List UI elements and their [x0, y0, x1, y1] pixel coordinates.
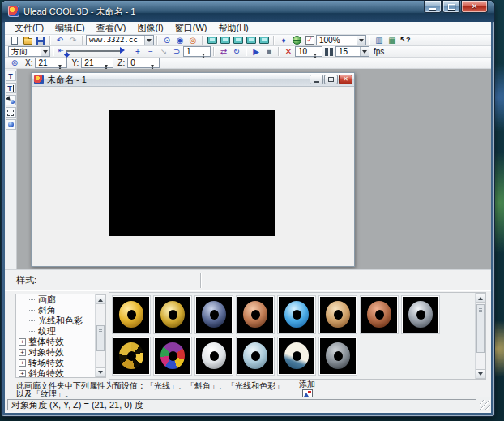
direction-combo[interactable]: 方向: [8, 46, 50, 57]
frames-total-spinbox[interactable]: 10: [295, 46, 322, 57]
viewport-size-button-4[interactable]: [245, 35, 258, 45]
viewport-size-button-2[interactable]: [219, 35, 232, 45]
edit-text-button[interactable]: T: [6, 83, 16, 93]
gallery-thumbnail[interactable]: [194, 337, 233, 376]
web-button[interactable]: [290, 35, 303, 45]
menu-image[interactable]: 图像(I): [131, 22, 169, 34]
scroll-up-button[interactable]: [96, 294, 105, 304]
frame-rate-button[interactable]: [322, 46, 335, 57]
tree-item-light-color[interactable]: 光线和色彩: [16, 316, 105, 326]
gallery-thumbnail[interactable]: [112, 337, 151, 376]
resize-grip[interactable]: [480, 400, 490, 410]
scroll-up-button[interactable]: [476, 293, 485, 303]
tree-item-bevel-effects[interactable]: +斜角特效: [16, 368, 105, 378]
document-minimize-button[interactable]: [310, 75, 323, 84]
direction-combo-dropdown[interactable]: [41, 47, 49, 56]
gallery-thumbnail[interactable]: [153, 337, 192, 376]
menu-view[interactable]: 查看(V): [91, 22, 132, 34]
maximize-button[interactable]: [442, 1, 460, 13]
zoom-combo-dropdown[interactable]: [357, 36, 365, 45]
scrollbar-thumb[interactable]: [476, 304, 485, 353]
expand-plus-icon[interactable]: +: [19, 370, 26, 377]
render-area[interactable]: [109, 110, 275, 236]
timeline-slider[interactable]: ⇤: [58, 46, 130, 57]
insert-graphics-button[interactable]: [6, 95, 16, 105]
menu-help[interactable]: 帮助(H): [213, 22, 254, 34]
gallery-thumbnail[interactable]: [277, 295, 316, 334]
title-bar[interactable]: Ulead COOL 3D - 未命名 - 1 ✕: [2, 1, 494, 22]
gallery-thumbnail[interactable]: [360, 295, 399, 334]
x-spinbox[interactable]: 21: [35, 58, 67, 68]
arc-path-button[interactable]: ⊃: [170, 46, 183, 57]
scrollbar-thumb[interactable]: [96, 325, 105, 351]
zoom-combo[interactable]: 100%: [316, 35, 366, 45]
gallery-thumbnail[interactable]: [401, 295, 440, 334]
viewport-size-button-1[interactable]: [206, 35, 219, 45]
slider-thumb[interactable]: [64, 52, 70, 58]
reverse-button[interactable]: ↘: [157, 46, 170, 57]
add-keyframe-button[interactable]: +: [131, 46, 144, 57]
document-close-button[interactable]: ✕: [339, 75, 352, 84]
expand-plus-icon[interactable]: +: [19, 338, 26, 346]
fps-combo-dropdown[interactable]: [360, 47, 369, 56]
url-combo-dropdown[interactable]: [144, 36, 153, 45]
document-canvas[interactable]: [32, 87, 353, 265]
rotate-object-button[interactable]: ⊙: [160, 35, 173, 45]
frame-spinbox[interactable]: 1: [183, 46, 211, 57]
redo-button[interactable]: ↷: [66, 35, 79, 45]
rotate-3d-button[interactable]: ⊛: [8, 58, 21, 68]
gallery-thumbnail[interactable]: [318, 295, 357, 334]
gallery-thumbnail[interactable]: [277, 337, 316, 376]
select-object-button[interactable]: ◉: [173, 35, 186, 45]
close-button[interactable]: ✕: [461, 1, 488, 13]
menu-file[interactable]: 文件(F): [9, 22, 49, 34]
tree-scrollbar[interactable]: [95, 294, 105, 377]
export-image-button[interactable]: ▦: [386, 35, 399, 45]
stop-button[interactable]: ■: [263, 46, 275, 57]
insert-text-button[interactable]: T: [6, 71, 16, 81]
new-document-button[interactable]: [8, 35, 21, 45]
remove-keyframe-button[interactable]: −: [144, 46, 157, 57]
gallery-scrollbar[interactable]: [475, 293, 485, 379]
loop-cycle-button[interactable]: ↻: [230, 46, 243, 57]
options-button[interactable]: ✓: [303, 35, 316, 45]
scroll-down-button[interactable]: [96, 367, 105, 377]
context-help-button[interactable]: ↖?: [399, 35, 412, 45]
paint-button[interactable]: ♦: [277, 35, 290, 45]
document-maximize-button[interactable]: [324, 75, 338, 84]
tree-item-gallery[interactable]: 画廊: [16, 294, 105, 305]
trim-button[interactable]: ✕: [282, 46, 295, 57]
gallery-thumbnail[interactable]: [194, 295, 233, 334]
loop-swap-button[interactable]: ⇄: [217, 46, 230, 57]
open-button[interactable]: [21, 35, 34, 45]
viewport-size-button-3[interactable]: [232, 35, 245, 45]
play-button[interactable]: ▶: [250, 46, 263, 57]
scroll-down-button[interactable]: [476, 369, 485, 379]
selection-button[interactable]: [6, 107, 16, 118]
gallery-thumbnail[interactable]: [236, 295, 275, 334]
z-spinbox[interactable]: 0: [127, 58, 160, 68]
export-web-button[interactable]: ▥: [373, 35, 386, 45]
add-style-button[interactable]: 添加: [295, 380, 319, 398]
gallery-thumbnail[interactable]: [153, 295, 192, 334]
expand-plus-icon[interactable]: +: [19, 349, 26, 356]
expand-plus-icon[interactable]: +: [19, 359, 26, 367]
document-window[interactable]: 未命名 - 1 ✕: [31, 72, 355, 267]
gallery-thumbnail[interactable]: [112, 295, 151, 334]
menu-edit[interactable]: 编辑(E): [49, 22, 91, 34]
undo-button[interactable]: ↶: [53, 35, 66, 45]
url-combo[interactable]: www.3322.cc: [86, 35, 154, 45]
menu-window[interactable]: 窗口(W): [169, 22, 213, 34]
render-icon: ◎: [190, 37, 197, 45]
save-button[interactable]: [34, 35, 47, 45]
render-button[interactable]: ◎: [186, 35, 199, 45]
sphere-tool-button[interactable]: [6, 119, 16, 130]
gallery-thumbnail[interactable]: [236, 337, 275, 376]
y-spinbox[interactable]: 21: [81, 58, 113, 68]
document-title-bar[interactable]: 未命名 - 1 ✕: [32, 73, 354, 87]
gallery-thumbnail[interactable]: [318, 337, 357, 376]
minimize-button[interactable]: [424, 1, 442, 13]
viewport-size-button-5[interactable]: [258, 35, 271, 45]
fps-combo[interactable]: 15: [335, 46, 369, 57]
slider-track[interactable]: [66, 50, 122, 52]
